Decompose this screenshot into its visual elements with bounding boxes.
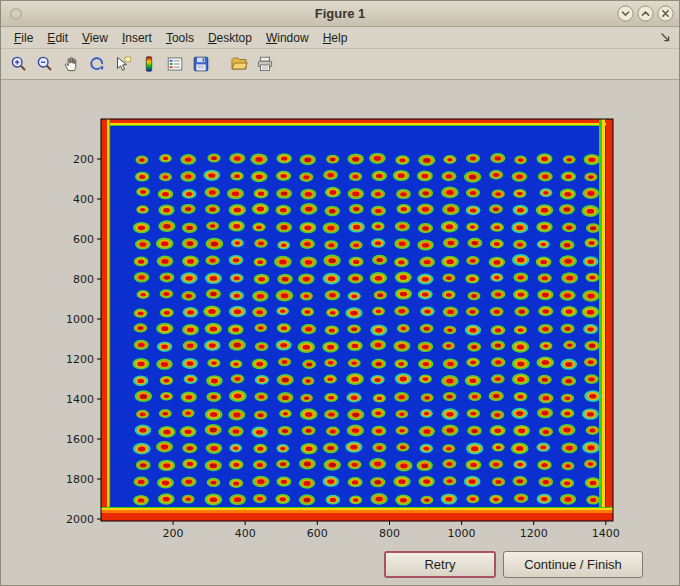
toolbar <box>1 49 679 80</box>
svg-text:600: 600 <box>307 527 328 540</box>
window-title: Figure 1 <box>315 6 366 21</box>
svg-text:1400: 1400 <box>66 393 94 406</box>
insert-colorbar-icon <box>140 55 158 73</box>
svg-text:200: 200 <box>73 153 94 166</box>
zoom-in-button[interactable] <box>7 52 31 76</box>
expand-button[interactable] <box>637 5 654 22</box>
pan-icon <box>62 55 80 73</box>
window-controls <box>614 5 674 22</box>
zoom-out-icon <box>36 55 54 73</box>
svg-text:1000: 1000 <box>66 313 94 326</box>
print-figure-button[interactable] <box>253 52 277 76</box>
svg-text:1200: 1200 <box>66 353 94 366</box>
data-cursor-button[interactable] <box>111 52 135 76</box>
toolbar-separator <box>214 52 226 76</box>
open-file-button[interactable] <box>227 52 251 76</box>
insert-colorbar-button[interactable] <box>137 52 161 76</box>
svg-text:1800: 1800 <box>66 473 94 486</box>
svg-text:800: 800 <box>379 527 400 540</box>
menu-item-insert[interactable]: Insert <box>115 28 159 48</box>
svg-text:400: 400 <box>73 193 94 206</box>
save-figure-button[interactable] <box>189 52 213 76</box>
insert-legend-icon <box>166 55 184 73</box>
menu-item-tools[interactable]: Tools <box>159 28 201 48</box>
menu-item-view[interactable]: View <box>75 28 115 48</box>
svg-text:200: 200 <box>163 527 184 540</box>
insert-legend-button[interactable] <box>163 52 187 76</box>
menu-item-desktop[interactable]: Desktop <box>201 28 259 48</box>
svg-text:1200: 1200 <box>520 527 548 540</box>
svg-text:1400: 1400 <box>592 527 620 540</box>
svg-text:800: 800 <box>73 273 94 286</box>
retry-button[interactable]: Retry <box>384 551 496 578</box>
svg-text:400: 400 <box>235 527 256 540</box>
collapse-icon <box>617 5 634 22</box>
x-axis-ticks: 200400600800100012001400 <box>163 521 620 540</box>
menu-item-window[interactable]: Window <box>259 28 316 48</box>
collapse-button[interactable] <box>617 5 634 22</box>
rotate-3d-button[interactable] <box>85 52 109 76</box>
menu-bar-items: FileEditViewInsertToolsDesktopWindowHelp <box>7 28 354 48</box>
figure-canvas: 2004006008001000120014002004006008001000… <box>1 80 679 585</box>
menu-item-file[interactable]: File <box>7 28 40 48</box>
title-bar[interactable]: Figure 1 <box>1 1 679 27</box>
menu-item-help[interactable]: Help <box>316 28 355 48</box>
plot-image[interactable] <box>101 119 613 521</box>
zoom-in-icon <box>10 55 28 73</box>
plot-svg: 2004006008001000120014002004006008001000… <box>56 104 656 549</box>
zoom-out-button[interactable] <box>33 52 57 76</box>
open-file-icon <box>230 55 248 73</box>
continue-finish-button[interactable]: Continue / Finish <box>503 551 643 578</box>
window-menu-icon[interactable] <box>9 7 23 25</box>
data-cursor-icon <box>114 55 132 73</box>
print-figure-icon <box>256 55 274 73</box>
figure-window: Figure 1 FileEditViewInsertToolsDesktopW… <box>0 0 680 586</box>
save-figure-icon <box>192 55 210 73</box>
svg-text:1000: 1000 <box>448 527 476 540</box>
svg-text:1600: 1600 <box>66 433 94 446</box>
menu-item-edit[interactable]: Edit <box>40 28 75 48</box>
figure-axes[interactable]: 2004006008001000120014002004006008001000… <box>56 104 656 549</box>
rotate-3d-icon <box>88 55 106 73</box>
y-axis-ticks: 200400600800100012001400160018002000 <box>66 153 101 526</box>
expand-icon <box>637 5 654 22</box>
pan-button[interactable] <box>59 52 83 76</box>
close-icon <box>657 5 674 22</box>
close-button[interactable] <box>657 5 674 22</box>
menu-bar: FileEditViewInsertToolsDesktopWindowHelp <box>1 27 679 49</box>
dock-figure-icon[interactable] <box>659 31 673 48</box>
svg-text:2000: 2000 <box>66 513 94 526</box>
svg-text:600: 600 <box>73 233 94 246</box>
